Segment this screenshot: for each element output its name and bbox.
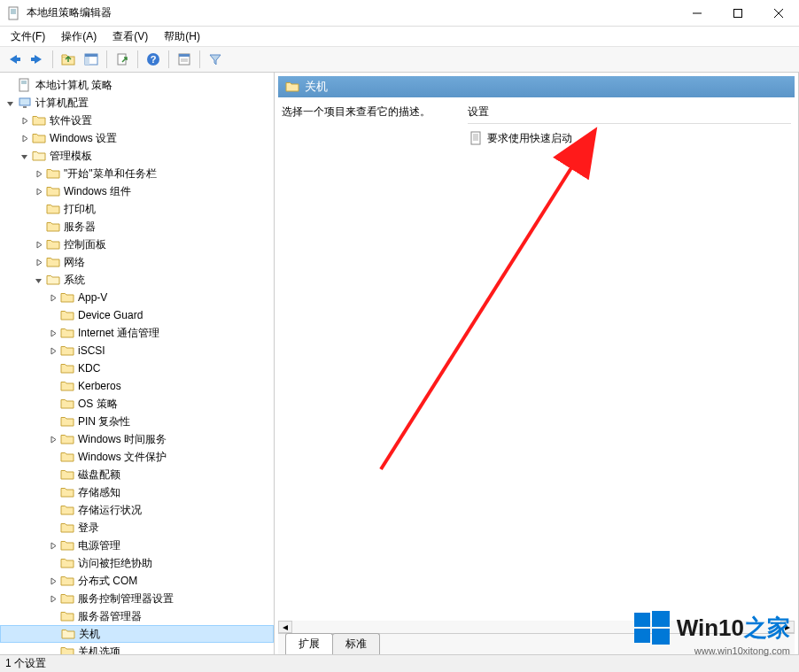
tree-admin-templates[interactable]: 管理模板 xyxy=(0,147,274,165)
show-hide-tree-button[interactable] xyxy=(81,49,102,70)
tree-toggle[interactable] xyxy=(32,256,44,268)
tree-root[interactable]: 本地计算机 策略 xyxy=(0,76,274,94)
tree-item[interactable]: Windows 组件 xyxy=(0,182,274,200)
tree-toggle[interactable] xyxy=(46,327,58,339)
tree-item[interactable]: 关机 xyxy=(0,625,274,643)
tree-item-label: 软件设置 xyxy=(50,113,92,128)
up-level-button[interactable] xyxy=(58,49,79,70)
watermark-url: www.win10xitong.com xyxy=(694,645,790,656)
tree-item[interactable]: 网络 xyxy=(0,253,274,271)
tree-item-label: 电源管理 xyxy=(78,538,120,553)
settings-header[interactable]: 设置 xyxy=(468,104,791,124)
tree-item[interactable]: 磁盘配额 xyxy=(0,466,274,483)
filter-button[interactable] xyxy=(205,49,226,70)
tree-toggle[interactable] xyxy=(18,132,30,144)
tree-system[interactable]: 系统 xyxy=(0,271,274,289)
svg-rect-33 xyxy=(652,611,670,627)
tree-toggle[interactable] xyxy=(32,274,44,286)
tree-item[interactable]: 关机选项 xyxy=(0,643,274,654)
app-icon xyxy=(7,6,21,20)
tree-toggle[interactable] xyxy=(18,114,30,127)
tree-item[interactable]: Windows 时间服务 xyxy=(0,430,274,448)
tree-item[interactable]: 登录 xyxy=(0,519,274,537)
description-prompt: 选择一个项目来查看它的描述。 xyxy=(282,105,431,118)
tree-item-label: Internet 通信管理 xyxy=(78,326,159,341)
nav-forward-button[interactable] xyxy=(27,49,48,70)
tree-toggle[interactable] xyxy=(32,238,44,251)
tree-item[interactable]: PIN 复杂性 xyxy=(0,413,274,430)
tree-item-label: App-V xyxy=(78,291,107,304)
menu-action[interactable]: 操作(A) xyxy=(54,27,104,46)
maximize-icon xyxy=(733,9,742,18)
tree-item[interactable]: KDC xyxy=(0,359,274,377)
tree-item[interactable]: Windows 文件保护 xyxy=(0,448,274,466)
content-body: 选择一个项目来查看它的描述。 设置 要求使用快速启动 xyxy=(275,97,798,621)
tree-item[interactable]: Device Guard xyxy=(0,306,274,324)
maximize-button[interactable] xyxy=(718,0,758,26)
svg-text:?: ? xyxy=(151,54,157,65)
export-list-button[interactable] xyxy=(112,49,133,70)
tree-item[interactable]: "开始"菜单和任务栏 xyxy=(0,165,274,182)
nav-back-button[interactable] xyxy=(4,49,25,70)
tree-item[interactable]: 电源管理 xyxy=(0,537,274,554)
minimize-icon xyxy=(693,9,702,18)
chevron-right-icon xyxy=(49,436,57,444)
windows-logo-icon xyxy=(634,610,670,645)
tree-item[interactable]: OS 策略 xyxy=(0,395,274,413)
tree-toggle[interactable] xyxy=(46,539,58,552)
tree-toggle[interactable] xyxy=(46,433,58,445)
arrow-right-icon xyxy=(29,53,45,66)
tree-item[interactable]: Internet 通信管理 xyxy=(0,324,274,342)
tree-windows-settings[interactable]: Windows 设置 xyxy=(0,129,274,147)
tree-panel[interactable]: 本地计算机 策略计算机配置软件设置Windows 设置管理模板"开始"菜单和任务… xyxy=(0,73,275,654)
tab-standard[interactable]: 标准 xyxy=(332,633,380,654)
tree-software-settings[interactable]: 软件设置 xyxy=(0,112,274,129)
tab-extended[interactable]: 扩展 xyxy=(285,633,333,654)
help-button[interactable]: ? xyxy=(143,49,164,70)
minimize-button[interactable] xyxy=(677,0,718,26)
chevron-down-icon xyxy=(35,276,43,284)
tree-item[interactable]: 打印机 xyxy=(0,200,274,218)
tree-toggle[interactable] xyxy=(32,167,44,180)
tree-toggle[interactable] xyxy=(46,575,58,587)
tree-item-label: 系统 xyxy=(64,273,85,288)
properties-button[interactable] xyxy=(174,49,195,70)
tree-item-label: 控制面板 xyxy=(64,237,106,252)
tree-toggle[interactable] xyxy=(18,150,30,162)
tree-item[interactable]: 访问被拒绝协助 xyxy=(0,554,274,572)
tree-item[interactable]: 服务控制管理器设置 xyxy=(0,590,274,607)
menu-file[interactable]: 文件(F) xyxy=(4,27,52,46)
chevron-right-icon xyxy=(49,542,57,550)
tree-item-label: 服务器管理器 xyxy=(78,609,142,624)
tree-item[interactable]: iSCSI xyxy=(0,342,274,359)
tree-item[interactable]: 存储运行状况 xyxy=(0,501,274,519)
tree-toggle[interactable] xyxy=(46,291,58,304)
menu-view[interactable]: 查看(V) xyxy=(105,27,155,46)
tree-item[interactable]: Kerberos xyxy=(0,377,274,395)
tree-item[interactable]: 存储感知 xyxy=(0,483,274,501)
tree-item-label: PIN 复杂性 xyxy=(78,414,130,429)
tree-item-label: 分布式 COM xyxy=(78,574,137,589)
tree-item[interactable]: 服务器 xyxy=(0,218,274,236)
policy-item-icon xyxy=(469,131,484,145)
tree-item-label: 关机 xyxy=(79,627,100,642)
scroll-left-icon[interactable]: ◂ xyxy=(278,621,292,633)
tree-toggle[interactable] xyxy=(32,185,44,197)
svg-rect-8 xyxy=(15,58,20,61)
watermark: Win10之家 www.win10xitong.com xyxy=(634,610,790,645)
tree-item-label: Windows 文件保护 xyxy=(78,450,167,465)
content-header-title: 关机 xyxy=(305,79,328,95)
tree-item[interactable]: 分布式 COM xyxy=(0,572,274,590)
titlebar: 本地组策略编辑器 xyxy=(0,0,799,27)
tree-item[interactable]: 控制面板 xyxy=(0,236,274,253)
close-button[interactable] xyxy=(758,0,799,26)
tree-toggle[interactable] xyxy=(4,97,16,109)
settings-item[interactable]: 要求使用快速启动 xyxy=(468,129,791,147)
svg-rect-13 xyxy=(85,54,97,57)
menu-help[interactable]: 帮助(H) xyxy=(157,27,207,46)
tree-item[interactable]: 服务器管理器 xyxy=(0,607,274,625)
tree-computer-config[interactable]: 计算机配置 xyxy=(0,94,274,112)
tree-toggle[interactable] xyxy=(46,344,58,357)
tree-item[interactable]: App-V xyxy=(0,289,274,306)
tree-toggle[interactable] xyxy=(46,592,58,605)
